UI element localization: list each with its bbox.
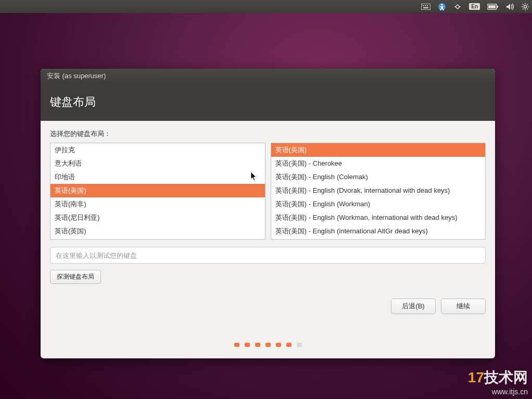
layout-lists: 伊拉克意大利语印地语英语(美国)英语(南非)英语(尼日利亚)英语(英国) 英语(… (50, 143, 486, 240)
list-item[interactable]: 英语(美国) - English (the divide/multiply ke… (271, 238, 486, 240)
layout-language-listbox[interactable]: 伊拉克意大利语印地语英语(美国)英语(南非)英语(尼日利亚)英语(英国) (50, 143, 265, 240)
battery-icon[interactable] (487, 4, 499, 10)
svg-rect-2 (425, 5, 426, 6)
watermark-logo-part1: 17 (468, 369, 484, 385)
progress-dots (41, 343, 495, 347)
list-item[interactable]: 英语(美国) - Cherokee (271, 157, 486, 170)
page-heading-bar: 键盘布局 (41, 83, 495, 121)
list-item[interactable]: 英语(美国) - English (international AltGr de… (271, 225, 486, 238)
progress-dot (255, 343, 260, 347)
list-item[interactable]: 英语(南非) (50, 197, 265, 211)
svg-rect-8 (488, 5, 496, 8)
list-item[interactable]: 英语(尼日利亚) (50, 211, 265, 225)
svg-line-18 (527, 4, 528, 5)
top-menubar: En (0, 0, 532, 13)
window-titlebar[interactable]: 安装 (as superuser) (41, 69, 495, 83)
installer-window: 安装 (as superuser) 键盘布局 选择您的键盘布局： 伊拉克意大利语… (41, 69, 495, 358)
svg-point-6 (441, 4, 443, 5)
svg-rect-4 (423, 7, 428, 8)
list-item[interactable]: 英语(美国) (271, 143, 486, 157)
list-item[interactable]: 意大利语 (50, 157, 265, 170)
layout-variant-listbox[interactable]: 英语(美国)英语(美国) - Cherokee英语(美国) - English … (271, 143, 486, 240)
list-item[interactable]: 英语(美国) - English (Workman, international… (271, 211, 486, 225)
watermark-logo-part2: 技术网 (484, 369, 528, 385)
svg-line-17 (523, 8, 524, 9)
svg-point-10 (524, 5, 527, 8)
list-item[interactable]: 英语(美国) - English (Colemak) (271, 170, 486, 184)
list-item[interactable]: 英语(美国) - English (Dvorak, international … (271, 184, 486, 197)
list-item[interactable]: 印地语 (50, 170, 265, 184)
detect-layout-button[interactable]: 探测键盘布局 (50, 270, 101, 284)
progress-dot (245, 343, 250, 347)
progress-dot (234, 343, 239, 347)
continue-button[interactable]: 继续 (441, 298, 486, 314)
accessibility-icon[interactable] (438, 3, 446, 11)
page-heading: 键盘布局 (50, 94, 96, 110)
list-item[interactable]: 伊拉克 (50, 143, 265, 157)
svg-rect-1 (423, 5, 424, 6)
content-area: 选择您的键盘布局： 伊拉克意大利语印地语英语(美国)英语(南非)英语(尼日利亚)… (41, 121, 495, 358)
progress-dot (265, 343, 271, 347)
network-icon[interactable] (453, 3, 462, 10)
settings-gear-icon[interactable] (522, 3, 529, 10)
watermark: 17技术网 www.itjs.cn (468, 368, 528, 396)
watermark-url: www.itjs.cn (468, 388, 528, 396)
window-title: 安装 (as superuser) (47, 71, 106, 81)
progress-dot (286, 343, 292, 347)
list-item[interactable]: 英语(美国) - English (Workman) (271, 197, 486, 211)
svg-line-15 (523, 4, 524, 5)
keyboard-test-input[interactable] (50, 247, 486, 264)
svg-rect-0 (421, 4, 430, 10)
progress-dot (297, 343, 302, 347)
list-item[interactable]: 英语(美国) (50, 184, 265, 197)
volume-icon[interactable] (506, 3, 514, 10)
svg-line-16 (527, 8, 528, 9)
svg-rect-3 (427, 5, 428, 6)
svg-rect-9 (497, 6, 498, 8)
language-indicator[interactable]: En (469, 3, 480, 10)
back-button[interactable]: 后退(B) (391, 298, 436, 314)
choose-layout-prompt: 选择您的键盘布局： (50, 129, 486, 139)
progress-dot (276, 343, 281, 347)
list-item[interactable]: 英语(英国) (50, 225, 265, 238)
keyboard-indicator-icon[interactable] (421, 4, 430, 10)
nav-button-row: 后退(B) 继续 (50, 298, 486, 314)
